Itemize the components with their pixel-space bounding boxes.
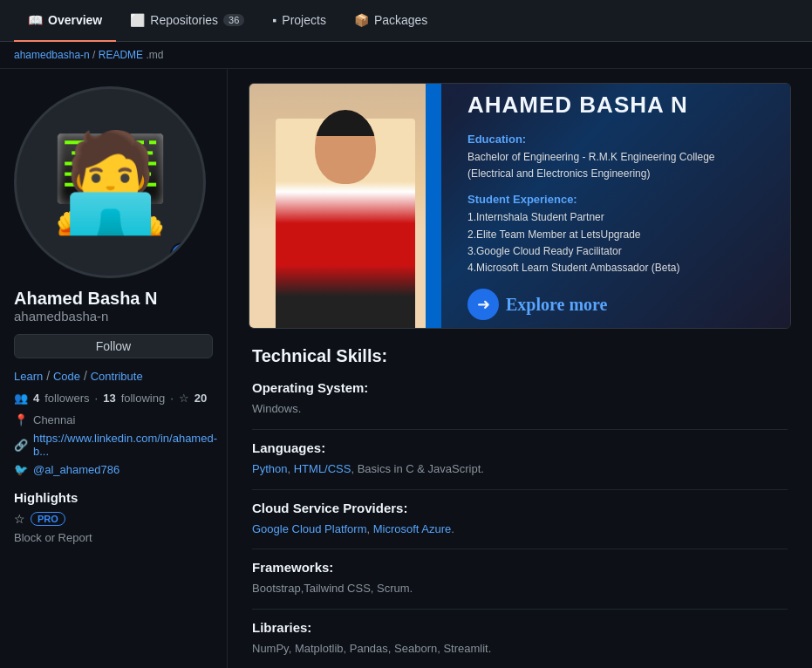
bio-link-contribute[interactable]: Contribute — [91, 370, 143, 383]
package-icon: 📦 — [354, 13, 369, 27]
main-content: AHAMED BASHA N Education: Bachelor of En… — [227, 69, 812, 668]
education-content: Bachelor of Engineering - R.M.K Engineer… — [467, 149, 764, 182]
lang-htmlcss: HTML/CSS — [294, 462, 351, 475]
bio-link-code[interactable]: Code — [53, 370, 80, 383]
banner-education: Education: Bachelor of Engineering - R.M… — [467, 133, 764, 182]
sidebar: 🧑‍💻 ✔ Ahamed Basha N ahamedbasha-n Follo… — [0, 69, 227, 668]
followers-label: followers — [44, 392, 89, 405]
skill-os: Operating System: Windows. — [252, 380, 788, 430]
location-icon: 📍 — [14, 413, 28, 426]
avatar-badge: ✔ — [170, 242, 194, 267]
stats-separator2: · — [170, 392, 174, 405]
skill-frameworks: Frameworks: Bootstrap,Tailwind CSS, Scru… — [252, 560, 788, 610]
twitter-icon: 🐦 — [14, 463, 28, 476]
follow-button[interactable]: Follow — [14, 334, 213, 358]
tab-overview[interactable]: 📖 Overview — [14, 0, 116, 42]
education-title: Education: — [467, 133, 764, 146]
bio-link-learn[interactable]: Learn — [14, 370, 43, 383]
people-icon: 👥 — [14, 392, 28, 405]
repo-icon: ⬜ — [130, 13, 145, 27]
skills-section: Technical Skills: Operating System: Wind… — [249, 346, 791, 668]
highlights-title: Highlights — [14, 490, 213, 505]
skill-languages: Languages: Python, HTML/CSS, Basics in C… — [252, 440, 788, 490]
bio-separator-2: / — [84, 369, 91, 383]
followers-count[interactable]: 4 — [33, 392, 39, 405]
tab-projects[interactable]: ▪ Projects — [258, 0, 340, 42]
twitter-link[interactable]: @al_ahamed786 — [33, 463, 119, 476]
explore-label: Explore more — [506, 295, 607, 315]
tab-repositories[interactable]: ⬜ Repositories 36 — [116, 0, 258, 42]
skill-languages-title: Languages: — [252, 440, 788, 455]
stats-separator: · — [95, 392, 99, 405]
breadcrumb-username[interactable]: ahamedbasha-n — [14, 49, 90, 61]
following-count[interactable]: 13 — [103, 392, 115, 405]
repo-count-badge: 36 — [223, 14, 244, 26]
block-report-link[interactable]: Block or Report — [14, 531, 213, 544]
banner-name: AHAMED BASHA N — [467, 92, 764, 119]
breadcrumb-file[interactable]: README — [99, 49, 143, 61]
highlights-row: ☆ PRO — [14, 512, 213, 526]
skill-frameworks-content: Bootstrap,Tailwind CSS, Scrum. — [252, 580, 788, 598]
linkedin-row: 🔗 https://www.linkedin.com/in/ahamed-b..… — [14, 432, 213, 458]
skill-os-title: Operating System: — [252, 380, 788, 395]
experience-item-3: 3.Google Cloud Ready Facilitator — [467, 243, 764, 260]
experience-item-4: 4.Microsoft Learn Student Ambassador (Be… — [467, 260, 764, 276]
following-label: following — [121, 392, 166, 405]
bio-separator-1: / — [46, 369, 53, 383]
skill-cloud: Cloud Service Providers: Google Cloud Pl… — [252, 501, 788, 550]
banner-experience: Student Experience: 1.Internshala Studen… — [467, 193, 764, 276]
star-highlights-icon: ☆ — [14, 512, 25, 526]
breadcrumb: ahamedbasha-n / README .md — [0, 42, 812, 69]
arrow-icon: ➜ — [467, 289, 499, 320]
skill-os-content: Windows. — [252, 400, 788, 419]
bio-links: Learn / Code / Contribute — [14, 369, 213, 383]
book-icon: 📖 — [28, 13, 43, 27]
location-row: 📍 Chennai — [14, 413, 213, 426]
explore-area: ➜ Explore more — [467, 289, 764, 320]
followers-stats: 👥 4 followers · 13 following · ☆ 20 — [14, 392, 213, 405]
linkedin-link[interactable]: https://www.linkedin.com/in/ahamed-b... — [33, 432, 217, 458]
readme-card: AHAMED BASHA N Education: Bachelor of En… — [249, 83, 791, 329]
skills-title: Technical Skills: — [252, 346, 788, 366]
avatar-image: 🧑‍💻 — [51, 134, 170, 230]
lang-python: Python — [252, 462, 287, 475]
experience-item-1: 1.Internshala Student Partner — [467, 209, 764, 226]
skill-libraries-content: NumPy, Matplotlib, Pandas, Seaborn, Stre… — [252, 640, 788, 658]
cloud-gcp: Google Cloud Platform — [252, 522, 367, 535]
experience-item-2: 2.Elite Team Member at LetsUpgrade — [467, 227, 764, 243]
skill-languages-content: Python, HTML/CSS, Basics in C & JavaScri… — [252, 460, 788, 479]
breadcrumb-separator: / — [92, 49, 99, 61]
skill-frameworks-title: Frameworks: — [252, 560, 788, 575]
twitter-row: 🐦 @al_ahamed786 — [14, 463, 213, 476]
stars-count[interactable]: 20 — [194, 392, 207, 405]
skill-cloud-content: Google Cloud Platform, Microsoft Azure. — [252, 521, 788, 539]
project-icon: ▪ — [272, 13, 276, 27]
pro-badge: PRO — [31, 512, 65, 526]
main-layout: 🧑‍💻 ✔ Ahamed Basha N ahamedbasha-n Follo… — [0, 69, 812, 668]
link-icon: 🔗 — [14, 439, 28, 452]
skill-libraries: Libraries: NumPy, Matplotlib, Pandas, Se… — [252, 620, 788, 668]
experience-title: Student Experience: — [467, 193, 764, 206]
breadcrumb-extension: .md — [146, 49, 163, 61]
tab-packages[interactable]: 📦 Packages — [340, 0, 441, 42]
banner-image: AHAMED BASHA N Education: Bachelor of En… — [249, 84, 790, 328]
cloud-azure: Microsoft Azure — [373, 522, 452, 535]
location-text: Chennai — [33, 413, 75, 426]
top-navigation: 📖 Overview ⬜ Repositories 36 ▪ Projects … — [0, 0, 812, 42]
profile-username: ahamedbasha-n — [14, 309, 213, 324]
profile-name: Ahamed Basha N — [14, 289, 213, 309]
skill-libraries-title: Libraries: — [252, 620, 788, 635]
skill-cloud-title: Cloud Service Providers: — [252, 501, 788, 515]
banner-text-area: AHAMED BASHA N Education: Bachelor of En… — [441, 84, 790, 328]
star-icon: ☆ — [179, 392, 189, 405]
avatar: 🧑‍💻 ✔ — [14, 86, 206, 278]
